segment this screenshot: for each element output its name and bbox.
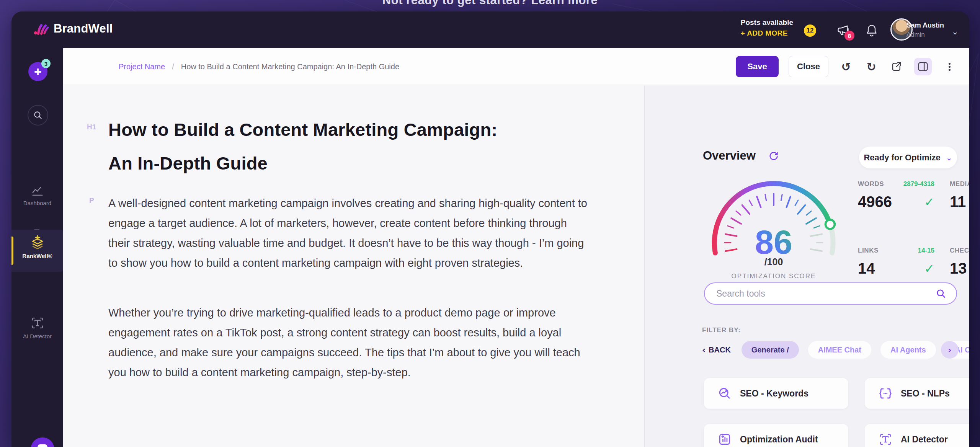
- user-meta: Sam Austin Admin: [906, 21, 944, 39]
- app-header: BrandWell Posts available + ADD MORE 12 …: [11, 11, 969, 48]
- stat-label: CHECKLIST: [950, 247, 969, 254]
- posts-available-label: Posts available: [741, 18, 793, 27]
- create-new-badge: 3: [41, 59, 51, 68]
- sidebar-search-button[interactable]: [28, 105, 48, 126]
- screen: { "banner": { "text": "Not ready to get …: [0, 0, 980, 447]
- filter-chip-aimee-chat[interactable]: AIMEE Chat: [808, 341, 871, 359]
- stat-label: LINKS: [858, 247, 879, 254]
- back-button[interactable]: ‹ BACK: [702, 345, 731, 355]
- announcements-button[interactable]: 8: [836, 24, 850, 37]
- posts-available-block: Posts available + ADD MORE: [741, 18, 793, 38]
- filter-chip-ai-agents[interactable]: AI Agents: [880, 341, 936, 359]
- open-external-icon[interactable]: [889, 59, 904, 74]
- stat-label: WORDS: [858, 180, 884, 188]
- sidebar: + 3 Dashboard: [11, 48, 63, 447]
- brandwell-logo-icon: [33, 21, 49, 37]
- tool-card-seo-keywords[interactable]: SEO - Keywords: [704, 378, 848, 409]
- notifications-button[interactable]: [865, 24, 878, 38]
- document-toolbar: Project Name / How to Build a Content Ma…: [63, 48, 969, 85]
- bell-icon: [865, 24, 878, 38]
- tool-card-ai-detector[interactable]: AI Detector: [865, 424, 969, 447]
- sidebar-item-dashboard[interactable]: Dashboard: [11, 185, 63, 206]
- tool-card-seo-nlps[interactable]: SEO - NLPs: [865, 378, 969, 409]
- ai-detector-icon: [31, 316, 44, 330]
- app-window: BrandWell Posts available + ADD MORE 12 …: [11, 11, 969, 447]
- tools-search: [704, 282, 957, 305]
- ai-detector-icon: [879, 432, 892, 446]
- sidebar-item-ai-detector[interactable]: AI Detector: [11, 316, 63, 339]
- stat-value: 11: [950, 193, 966, 210]
- sidebar-item-label: RankWell®: [11, 253, 63, 259]
- sidebar-item-label: AI Detector: [11, 333, 63, 339]
- block-marker-p: P: [89, 196, 94, 205]
- add-more-button[interactable]: + ADD MORE: [741, 29, 793, 38]
- breadcrumb-project-link[interactable]: Project Name: [119, 62, 165, 71]
- toolbar-actions: Save Close ↺ ↻: [736, 48, 957, 85]
- refresh-button[interactable]: [768, 150, 779, 162]
- stat-checklist: CHECKLIST 12-16 13 ✓: [950, 247, 969, 277]
- stat-value: 4966: [858, 193, 892, 210]
- user-name: Sam Austin: [906, 21, 944, 29]
- filter-chip-generate[interactable]: Generate /: [742, 341, 799, 359]
- stat-media: MEDIA 9-13 11 ↗: [950, 180, 969, 210]
- toggle-panel-icon[interactable]: [914, 58, 932, 75]
- paragraph[interactable]: A well-designed content marketing campai…: [108, 193, 591, 273]
- breadcrumb-title: How to Build a Content Marketing Campaig…: [181, 62, 399, 71]
- document-title[interactable]: How to Build a Content Marketing Campaig…: [108, 113, 503, 180]
- paragraph[interactable]: Whether you’re trying to drive marketing…: [108, 303, 591, 382]
- stat-value: 14: [858, 260, 875, 277]
- tool-label: SEO - NLPs: [901, 388, 950, 399]
- posts-count-badge: 12: [804, 24, 816, 37]
- undo-icon[interactable]: ↺: [838, 59, 854, 74]
- overview-title: Overview: [703, 149, 756, 163]
- search-icon: [33, 110, 43, 120]
- breadcrumb: Project Name / How to Build a Content Ma…: [119, 48, 399, 85]
- sidebar-item-rankwell[interactable]: RankWell®: [11, 230, 63, 272]
- chat-icon: [38, 444, 47, 447]
- save-button[interactable]: Save: [736, 56, 779, 77]
- tool-label: SEO - Keywords: [740, 388, 808, 399]
- block-marker-h1: H1: [87, 123, 96, 131]
- check-icon: ✓: [924, 195, 934, 209]
- tool-label: Optimization Audit: [740, 434, 818, 445]
- more-options-icon[interactable]: [942, 59, 957, 74]
- close-button[interactable]: Close: [789, 56, 828, 77]
- stat-range: 14-15: [918, 247, 934, 254]
- tool-label: AI Detector: [901, 434, 948, 445]
- user-menu-chevron-icon[interactable]: ⌄: [952, 27, 959, 36]
- sidebar-item-label: Dashboard: [11, 200, 63, 206]
- promo-banner[interactable]: Not ready to get started? Learn more: [0, 0, 980, 7]
- redo-icon[interactable]: ↻: [864, 59, 879, 74]
- search-tools-input[interactable]: [716, 283, 892, 304]
- stat-range: 2879-4318: [903, 180, 934, 188]
- filter-by-label: FILTER BY:: [702, 326, 741, 334]
- search-icon[interactable]: [936, 288, 946, 299]
- status-dropdown[interactable]: Ready for Optimize ⌄: [859, 147, 957, 168]
- stat-value: 13: [950, 260, 967, 277]
- seo-nlps-icon: [879, 387, 892, 400]
- filter-chips-row: ‹ BACK Generate / AIMEE Chat AI Agents A…: [702, 341, 959, 359]
- seo-keywords-icon: [718, 387, 732, 400]
- check-icon: ✓: [924, 261, 934, 276]
- dashboard-icon: [31, 185, 44, 197]
- active-indicator: [11, 237, 13, 265]
- content-area: Project Name / How to Build a Content Ma…: [63, 48, 969, 447]
- brand[interactable]: BrandWell: [33, 21, 113, 37]
- score-value: 86: [755, 223, 792, 261]
- breadcrumb-separator: /: [172, 62, 174, 71]
- editor-canvas[interactable]: H1 How to Build a Content Marketing Camp…: [63, 85, 644, 447]
- stat-words: WORDS 2879-4318 4966 ✓: [858, 180, 934, 210]
- chips-next-button[interactable]: ›: [941, 341, 959, 359]
- create-new-button[interactable]: + 3: [28, 62, 47, 81]
- optimization-panel: Overview Ready for Optimize ⌄: [644, 85, 969, 447]
- score-max: /100: [764, 256, 783, 267]
- announcements-badge: 8: [844, 31, 854, 41]
- optimization-score-gauge: 86 /100 OPTIMIZATION SCORE: [695, 173, 844, 287]
- tool-card-optimization-audit[interactable]: Optimization Audit: [704, 424, 848, 447]
- user-role: Admin: [906, 31, 944, 39]
- stat-label: MEDIA: [950, 180, 969, 188]
- score-caption: OPTIMIZATION SCORE: [732, 272, 816, 280]
- chevron-down-icon: ⌄: [946, 153, 952, 162]
- optimization-audit-icon: [718, 432, 732, 446]
- chevron-left-icon: ‹: [702, 345, 706, 355]
